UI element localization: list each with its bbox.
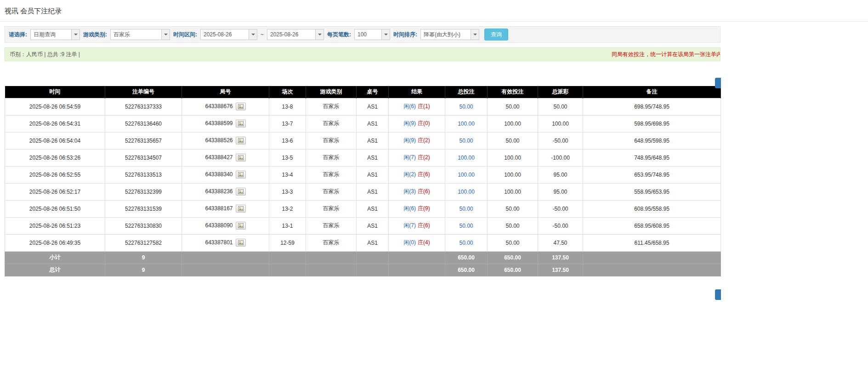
cell-round-id: 643388236 — [182, 183, 269, 200]
page-size-arrow-button[interactable] — [381, 29, 390, 40]
cell-bet-id: 522763130830 — [105, 217, 182, 234]
total-bet-link[interactable]: 100.00 — [458, 189, 475, 195]
column-header: 时间 — [5, 86, 105, 98]
page-size-dropdown[interactable] — [354, 29, 390, 40]
round-id-text: 643388167 — [205, 205, 233, 212]
cell-remark: 648.95/598.95 — [583, 132, 721, 149]
cell-table-no: AS1 — [357, 132, 389, 149]
table-row: 2025-08-26 06:53:26 522763134507 6433884… — [5, 149, 721, 166]
total-payout: 137.50 — [538, 264, 583, 276]
sort-order-dropdown[interactable] — [420, 29, 479, 40]
cell-empty — [583, 264, 721, 276]
cell-total-bet: 100.00 — [445, 115, 488, 132]
cell-payout: -50.00 — [538, 200, 583, 217]
banker-result-text: 庄(4) — [418, 239, 430, 246]
player-result-text: 闲(6) — [403, 103, 416, 109]
date-from-arrow-button[interactable] — [249, 29, 257, 40]
total-bet-link[interactable]: 50.00 — [459, 223, 473, 229]
page-size-label: 每页笔数: — [327, 31, 351, 39]
replay-icon-button[interactable] — [236, 239, 246, 247]
cell-total-bet: 50.00 — [445, 217, 488, 234]
cell-remark: 598.95/698.95 — [583, 115, 721, 132]
picture-icon — [238, 206, 244, 211]
replay-icon-button[interactable] — [236, 103, 246, 110]
total-bet-link[interactable]: 50.00 — [459, 206, 473, 212]
total-bet-link[interactable]: 100.00 — [458, 121, 475, 127]
partial-button-bottom[interactable] — [715, 289, 721, 300]
player-result-text: 闲(6) — [403, 205, 416, 212]
cell-total-bet: 100.00 — [445, 166, 488, 183]
replay-icon-button[interactable] — [236, 137, 246, 144]
total-label: 总计 — [5, 264, 105, 276]
search-button[interactable]: 查询 — [484, 29, 508, 40]
summary-body: 小计 9 650.00 650.00 137.50 总计 9 — [5, 251, 721, 276]
player-result-text: 闲(9) — [403, 120, 416, 127]
cell-payout: -50.00 — [538, 217, 583, 234]
subtotal-label: 小计 — [5, 251, 105, 264]
replay-icon-button[interactable] — [236, 222, 246, 230]
date-from-input[interactable] — [201, 29, 249, 40]
cell-time: 2025-08-26 06:51:23 — [5, 217, 105, 234]
valid-bet-note-text: 同局有效投注，统一计算在该局第一张注单内 — [612, 51, 720, 58]
cell-time: 2025-08-26 06:52:17 — [5, 183, 105, 200]
cell-result: 闲(9)庄(2) — [389, 132, 445, 149]
chevron-down-icon — [473, 34, 477, 35]
replay-icon-button[interactable] — [236, 205, 246, 213]
info-bar: 币别：人民币 | 总共 :9 注单 | 同局有效投注，统一计算在该局第一张注单内 — [5, 47, 720, 61]
query-type-arrow-button[interactable] — [71, 29, 79, 40]
query-type-input[interactable] — [31, 29, 71, 40]
round-id-text: 643388526 — [205, 137, 233, 144]
banker-result-text: 庄(1) — [418, 103, 430, 109]
total-bet-link[interactable]: 50.00 — [459, 104, 473, 110]
subtotal-payout: 137.50 — [538, 251, 583, 264]
total-bet-link[interactable]: 50.00 — [459, 240, 473, 246]
sort-order-input[interactable] — [421, 29, 471, 40]
page-title: 视讯 会员下注纪录 — [5, 7, 62, 15]
game-type-input[interactable] — [111, 29, 161, 40]
replay-icon-button[interactable] — [236, 154, 246, 161]
column-header: 总派彩 — [538, 86, 583, 98]
cell-empty — [357, 264, 389, 276]
cell-result: 闲(3)庄(6) — [389, 183, 445, 200]
date-to-arrow-button[interactable] — [315, 29, 323, 40]
sort-order-arrow-button[interactable] — [471, 29, 479, 40]
total-bet-link[interactable]: 100.00 — [458, 155, 475, 161]
total-bet-link[interactable]: 100.00 — [458, 172, 475, 178]
filter-bar: 请选择: 游戏类别: 时间区间: ~ 每页笔数: 时间排序: — [5, 26, 720, 43]
partial-button-top[interactable] — [715, 78, 721, 88]
date-to-input[interactable] — [267, 29, 315, 40]
page-size-input[interactable] — [355, 29, 381, 40]
select-type-label: 请选择: — [9, 31, 27, 39]
cell-bet-id: 522763127582 — [105, 234, 182, 251]
column-header: 桌号 — [357, 86, 389, 98]
table-row: 2025-08-26 06:54:31 522763136460 6433885… — [5, 115, 721, 132]
cell-empty — [389, 264, 445, 276]
cell-valid-bet: 50.00 — [488, 234, 538, 251]
replay-icon-button[interactable] — [236, 171, 246, 178]
cell-round-id: 643388526 — [182, 132, 269, 149]
game-type-arrow-button[interactable] — [161, 29, 170, 40]
cell-result: 闲(6)庄(9) — [389, 200, 445, 217]
replay-icon-button[interactable] — [236, 188, 246, 196]
date-from-picker[interactable] — [200, 29, 257, 40]
cell-valid-bet: 50.00 — [488, 217, 538, 234]
cell-valid-bet: 50.00 — [488, 98, 538, 115]
table-row: 2025-08-26 06:49:35 522763127582 6433878… — [5, 234, 721, 251]
query-type-dropdown[interactable] — [30, 29, 80, 40]
cell-remark: 748.95/648.95 — [583, 149, 721, 166]
cell-bet-id: 522763132399 — [105, 183, 182, 200]
cell-valid-bet: 100.00 — [488, 115, 538, 132]
subtotal-row: 小计 9 650.00 650.00 137.50 — [5, 251, 721, 264]
replay-icon-button[interactable] — [236, 120, 246, 127]
total-bet-link[interactable]: 50.00 — [459, 138, 473, 144]
cell-remark: 658.95/608.95 — [583, 217, 721, 234]
game-type-dropdown[interactable] — [110, 29, 170, 40]
subtotal-valid-bet: 650.00 — [488, 251, 538, 264]
cell-round-id: 643388090 — [182, 217, 269, 234]
date-to-picker[interactable] — [267, 29, 324, 40]
picture-icon — [238, 189, 244, 194]
cell-total-bet: 100.00 — [445, 149, 488, 166]
column-header: 结果 — [389, 86, 445, 98]
cell-total-bet: 50.00 — [445, 234, 488, 251]
title-bar: 视讯 会员下注纪录 — [0, 0, 868, 22]
